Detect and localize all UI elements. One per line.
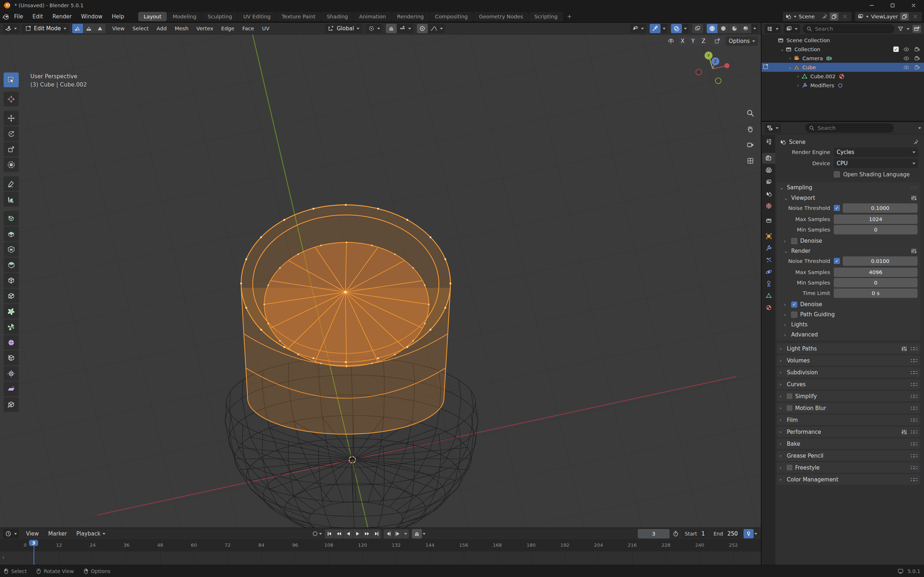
close-button[interactable] xyxy=(903,0,924,11)
start-frame-field[interactable]: Start 1 xyxy=(682,529,708,538)
viewport-menu-mesh[interactable]: Mesh xyxy=(171,24,192,33)
properties-options-chevron[interactable] xyxy=(918,127,921,131)
properties-tab-output[interactable] xyxy=(762,165,775,176)
section-film[interactable]: ›Film∷∷ xyxy=(777,415,921,425)
ortho-toggle-icon[interactable] xyxy=(746,157,754,165)
shading-dropdown[interactable] xyxy=(751,24,758,33)
viewport-menu-face[interactable]: Face xyxy=(238,24,258,33)
current-frame-field[interactable]: 3 xyxy=(638,529,670,538)
disable-render-camera-icon[interactable] xyxy=(914,65,921,70)
frame-forward-button[interactable] xyxy=(393,529,402,538)
options-dropdown[interactable]: Options xyxy=(726,36,758,46)
tool-bevel[interactable] xyxy=(3,258,19,272)
section-light-paths[interactable]: ›Light Paths∷∷ xyxy=(777,343,921,354)
timeline-snap-button[interactable] xyxy=(412,529,422,538)
timeline-menu-view[interactable]: View xyxy=(21,529,44,538)
keying-set-button[interactable] xyxy=(743,529,754,538)
play-button[interactable] xyxy=(353,529,362,538)
workspace-tab-compositing[interactable]: Compositing xyxy=(430,12,473,21)
tool-annotate[interactable] xyxy=(3,176,19,191)
workspace-tab-animation[interactable]: Animation xyxy=(354,12,391,21)
section-performance[interactable]: ›Performance∷∷ xyxy=(777,427,921,437)
workspace-tab-shading[interactable]: Shading xyxy=(321,12,353,21)
sampling-panel-header[interactable]: ⌄Sampling ∷∷ xyxy=(777,182,921,193)
disable-render-camera-icon[interactable] xyxy=(914,56,921,61)
workspace-tab-uv-editing[interactable]: UV Editing xyxy=(238,12,276,21)
viewport-canvas[interactable]: YZ xyxy=(0,35,761,528)
viewport-menu-uv[interactable]: UV xyxy=(258,24,274,33)
render-subpanel-header[interactable]: ⌄Render xyxy=(777,246,921,256)
menu-window[interactable]: Window xyxy=(76,12,107,21)
section-motion-blur[interactable]: ›Motion Blur∷∷ xyxy=(777,403,921,413)
section-checkbox[interactable] xyxy=(787,393,792,399)
properties-tab-scene[interactable] xyxy=(762,189,775,200)
r-time-limit-field[interactable]: 0 s xyxy=(834,288,918,298)
properties-tab-world[interactable] xyxy=(762,200,775,211)
tool-measure[interactable] xyxy=(3,192,19,206)
osl-checkbox[interactable] xyxy=(834,171,840,177)
tool-smooth[interactable] xyxy=(3,335,19,350)
show-overlays-button[interactable] xyxy=(671,24,682,33)
outliner-row-camera[interactable]: ›Camera xyxy=(762,54,924,63)
playhead-frame-label[interactable]: 3 xyxy=(29,540,38,546)
pin-icon[interactable] xyxy=(822,14,828,19)
viewport-subpanel-header[interactable]: ⌄Viewport xyxy=(777,193,921,203)
outliner-row-scene-collection[interactable]: Scene Collection xyxy=(762,36,924,45)
maximize-button[interactable] xyxy=(882,0,903,11)
mirror-x-button[interactable]: X xyxy=(677,36,688,46)
timeline-menu-marker[interactable]: Marker xyxy=(44,529,72,538)
properties-tab-material[interactable] xyxy=(762,302,775,313)
show-gizmo-button[interactable] xyxy=(650,24,661,33)
outliner-display-mode-button[interactable] xyxy=(783,24,800,34)
workspace-tab-layout[interactable]: Layout xyxy=(138,12,167,21)
properties-tab-particles[interactable] xyxy=(762,255,775,266)
workspace-tab-scripting[interactable]: Scripting xyxy=(529,12,563,21)
workspace-tab-rendering[interactable]: Rendering xyxy=(392,12,429,21)
path-guiding-checkbox[interactable] xyxy=(791,311,797,318)
outliner-search-input[interactable] xyxy=(815,26,858,32)
proportional-edit-button[interactable] xyxy=(417,24,428,33)
wireframe-shading-button[interactable] xyxy=(707,24,717,33)
section-volumes[interactable]: ›Volumes∷∷ xyxy=(777,355,921,366)
timeline-ruler[interactable]: 0122436486072849610812013214415616818019… xyxy=(0,540,761,551)
section-bake[interactable]: ›Bake∷∷ xyxy=(777,438,921,449)
timeline-track[interactable]: ‹ xyxy=(0,551,761,565)
pin-icon[interactable] xyxy=(913,139,919,145)
workspace-tab-texture-paint[interactable]: Texture Paint xyxy=(276,12,321,21)
viewport-3d[interactable]: YZ Edit Mode ViewSelectAddMeshVertexEdge… xyxy=(0,23,761,528)
delete-scene-button[interactable] xyxy=(841,13,849,21)
properties-editor-type-button[interactable] xyxy=(764,123,781,133)
frame-back-button[interactable] xyxy=(384,529,393,538)
outliner-row-cube-002[interactable]: ›Cube.002 xyxy=(762,72,924,81)
outliner-search[interactable] xyxy=(803,24,894,34)
tool-inset-faces[interactable] xyxy=(3,242,19,257)
tool-extrude-region[interactable] xyxy=(3,226,19,241)
section-freestyle[interactable]: ›Freestyle∷∷ xyxy=(777,462,921,473)
outliner-row-cube[interactable]: ⌄Cube xyxy=(762,63,924,72)
xray-toggle-button[interactable] xyxy=(692,24,703,33)
hide-viewport-eye-icon[interactable] xyxy=(903,47,909,52)
vp-noise-threshold-field[interactable]: 0.1000 xyxy=(843,203,918,213)
tool-transform[interactable] xyxy=(3,157,19,172)
outliner-row-collection[interactable]: ⌄Collection✓ xyxy=(762,45,924,54)
properties-tab-physics[interactable] xyxy=(762,266,775,277)
vp-min-samples-field[interactable]: 0 xyxy=(834,225,918,234)
section-grease-pencil[interactable]: ›Grease Pencil∷∷ xyxy=(777,450,921,461)
playback-sync-dropdown[interactable] xyxy=(402,529,409,538)
filter-icon[interactable] xyxy=(897,26,904,32)
pivot-dropdown[interactable] xyxy=(366,24,382,33)
expand-arrow[interactable]: ⌄ xyxy=(779,47,785,52)
minimize-button[interactable] xyxy=(861,0,882,11)
tool-shrink-fatten[interactable] xyxy=(3,366,19,381)
properties-tab-constraints[interactable] xyxy=(762,279,775,289)
hide-viewport-eye-icon[interactable] xyxy=(903,65,909,70)
workspace-tab-sculpting[interactable]: Sculpting xyxy=(202,12,237,21)
jump-to-start-button[interactable] xyxy=(325,529,334,538)
tool-scale[interactable] xyxy=(3,142,19,156)
timeline-editor-type-button[interactable] xyxy=(3,529,19,538)
lights-header[interactable]: ›Lights xyxy=(777,319,921,330)
exclude-checkbox[interactable]: ✓ xyxy=(893,47,899,52)
r-denoise-header[interactable]: ›✓ Denoise xyxy=(777,299,921,309)
rendered-shading-button[interactable] xyxy=(740,24,751,33)
device-dropdown[interactable]: CPU xyxy=(834,159,918,168)
